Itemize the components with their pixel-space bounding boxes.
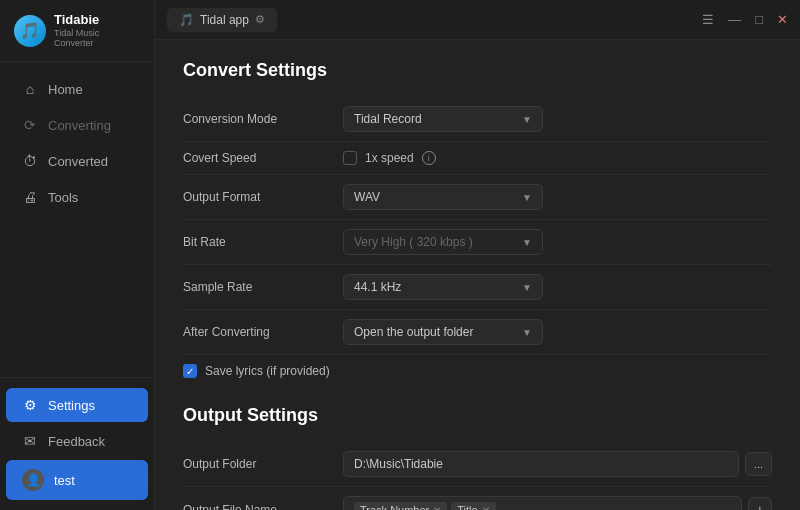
save-lyrics-checkbox[interactable]: ✓ (183, 364, 197, 378)
sidebar-label-converting: Converting (48, 118, 111, 133)
main-area: 🎵 Tidal app ⚙ ☰ — □ ✕ Convert Settings C… (155, 0, 800, 510)
conversion-mode-select[interactable]: Tidal Record ▼ (343, 106, 543, 132)
tools-icon: 🖨 (22, 189, 38, 205)
browse-label: ... (754, 458, 763, 470)
bit-rate-row: Bit Rate Very High ( 320 kbps ) ▼ (183, 220, 772, 265)
convert-speed-row: Covert Speed 1x speed i (183, 142, 772, 175)
tag-title-label: Title (457, 504, 477, 510)
home-icon: ⌂ (22, 81, 38, 97)
sidebar-label-feedback: Feedback (48, 434, 105, 449)
user-avatar: 👤 (22, 469, 44, 491)
output-format-label: Output Format (183, 190, 343, 204)
sidebar-nav: ⌂ Home ⟳ Converting ⏱ Converted 🖨 Tools (0, 62, 154, 377)
logo-text: Tidabie Tidal Music Converter (54, 12, 140, 49)
output-filename-label: Output File Name (183, 503, 343, 510)
tidal-tab-icon: 🎵 (179, 13, 194, 27)
add-tag-icon: + (756, 502, 764, 510)
output-format-row: Output Format WAV ▼ (183, 175, 772, 220)
sample-rate-control: 44.1 kHz ▼ (343, 274, 772, 300)
browse-button[interactable]: ... (745, 452, 772, 476)
chevron-down-icon: ▼ (522, 327, 532, 338)
conversion-mode-value: Tidal Record (354, 112, 422, 126)
converting-icon: ⟳ (22, 117, 38, 133)
tag-chip-title: Title ✕ (451, 502, 495, 510)
output-filename-row: Output File Name Track Number ✕ Title ✕ (183, 487, 772, 510)
output-format-control: WAV ▼ (343, 184, 772, 210)
output-folder-value: D:\Music\Tidabie (354, 457, 443, 471)
tag-title-remove[interactable]: ✕ (482, 505, 490, 511)
sidebar-bottom: ⚙ Settings ✉ Feedback 👤 test (0, 377, 154, 510)
titlebar: 🎵 Tidal app ⚙ ☰ — □ ✕ (155, 0, 800, 40)
sample-rate-row: Sample Rate 44.1 kHz ▼ (183, 265, 772, 310)
output-path-row: D:\Music\Tidabie ... (343, 451, 772, 477)
conversion-mode-row: Conversion Mode Tidal Record ▼ (183, 97, 772, 142)
after-converting-control: Open the output folder ▼ (343, 319, 772, 345)
conversion-mode-control: Tidal Record ▼ (343, 106, 772, 132)
user-profile[interactable]: 👤 test (6, 460, 148, 500)
tag-tracknumber-label: Track Number (360, 504, 429, 510)
filename-input[interactable]: Track Number ✕ Title ✕ (343, 496, 742, 510)
app-name: Tidabie (54, 12, 140, 28)
bit-rate-label: Bit Rate (183, 235, 343, 249)
settings-content: Convert Settings Conversion Mode Tidal R… (155, 40, 800, 510)
window-controls: ☰ — □ ✕ (702, 12, 788, 27)
convert-settings-title: Convert Settings (183, 60, 772, 81)
convert-speed-control: 1x speed i (343, 151, 772, 165)
sample-rate-value: 44.1 kHz (354, 280, 401, 294)
sidebar-label-settings: Settings (48, 398, 95, 413)
after-converting-select[interactable]: Open the output folder ▼ (343, 319, 543, 345)
sample-rate-select[interactable]: 44.1 kHz ▼ (343, 274, 543, 300)
output-format-select[interactable]: WAV ▼ (343, 184, 543, 210)
sidebar-label-home: Home (48, 82, 83, 97)
close-button[interactable]: ✕ (777, 12, 788, 27)
sidebar-item-tools[interactable]: 🖨 Tools (6, 180, 148, 214)
maximize-button[interactable]: □ (755, 12, 763, 27)
sidebar-item-converted[interactable]: ⏱ Converted (6, 144, 148, 178)
tag-chip-tracknumber: Track Number ✕ (354, 502, 447, 510)
output-folder-row: Output Folder D:\Music\Tidabie ... (183, 442, 772, 487)
sidebar: 🎵 Tidabie Tidal Music Converter ⌂ Home ⟳… (0, 0, 155, 510)
sidebar-item-converting: ⟳ Converting (6, 108, 148, 142)
converted-icon: ⏱ (22, 153, 38, 169)
chevron-down-icon: ▼ (522, 237, 532, 248)
sidebar-item-feedback[interactable]: ✉ Feedback (6, 424, 148, 458)
output-folder-input[interactable]: D:\Music\Tidabie (343, 451, 739, 477)
sample-rate-label: Sample Rate (183, 280, 343, 294)
add-tag-button[interactable]: + (748, 497, 772, 510)
sidebar-label-converted: Converted (48, 154, 108, 169)
bit-rate-control: Very High ( 320 kbps ) ▼ (343, 229, 772, 255)
sidebar-label-tools: Tools (48, 190, 78, 205)
speed-label: 1x speed (365, 151, 414, 165)
tag-tracknumber-remove[interactable]: ✕ (433, 505, 441, 511)
logo-icon: 🎵 (14, 15, 46, 47)
output-filename-control: Track Number ✕ Title ✕ + (343, 496, 772, 510)
feedback-icon: ✉ (22, 433, 38, 449)
settings-icon: ⚙ (22, 397, 38, 413)
chevron-down-icon: ▼ (522, 282, 532, 293)
conversion-mode-label: Conversion Mode (183, 112, 343, 126)
sidebar-item-settings[interactable]: ⚙ Settings (6, 388, 148, 422)
tidal-tab-label: Tidal app (200, 13, 249, 27)
convert-settings-grid: Conversion Mode Tidal Record ▼ Covert Sp… (183, 97, 772, 387)
output-format-value: WAV (354, 190, 380, 204)
tidal-app-tab[interactable]: 🎵 Tidal app ⚙ (167, 8, 277, 32)
menu-button[interactable]: ☰ (702, 12, 714, 27)
output-settings-grid: Output Folder D:\Music\Tidabie ... Outpu… (183, 442, 772, 510)
app-subtitle: Tidal Music Converter (54, 28, 140, 50)
after-converting-label: After Converting (183, 325, 343, 339)
minimize-button[interactable]: — (728, 12, 741, 27)
chevron-down-icon: ▼ (522, 114, 532, 125)
output-settings-title: Output Settings (183, 405, 772, 426)
bit-rate-select: Very High ( 320 kbps ) ▼ (343, 229, 543, 255)
sidebar-item-home[interactable]: ⌂ Home (6, 72, 148, 106)
app-logo: 🎵 Tidabie Tidal Music Converter (0, 0, 154, 62)
output-folder-control: D:\Music\Tidabie ... (343, 451, 772, 477)
speed-info-icon[interactable]: i (422, 151, 436, 165)
tab-settings-icon: ⚙ (255, 13, 265, 26)
chevron-down-icon: ▼ (522, 192, 532, 203)
output-folder-label: Output Folder (183, 457, 343, 471)
titlebar-left: 🎵 Tidal app ⚙ (167, 8, 277, 32)
speed-checkbox[interactable] (343, 151, 357, 165)
save-lyrics-label: Save lyrics (if provided) (205, 364, 330, 378)
filename-row: Track Number ✕ Title ✕ + (343, 496, 772, 510)
